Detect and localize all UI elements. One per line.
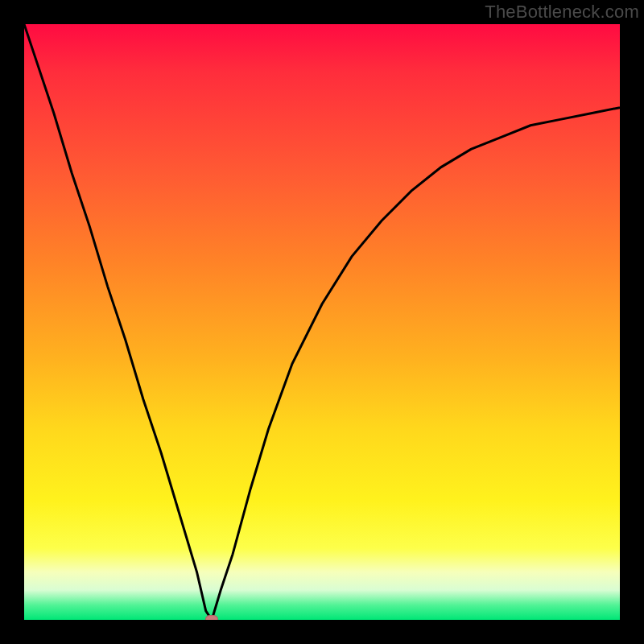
bottleneck-curve: [24, 24, 620, 620]
curve-svg: [24, 24, 620, 620]
chart-frame: TheBottleneck.com: [0, 0, 644, 644]
minimum-marker: [205, 615, 218, 620]
plot-area: [24, 24, 620, 620]
watermark-label: TheBottleneck.com: [485, 2, 639, 23]
